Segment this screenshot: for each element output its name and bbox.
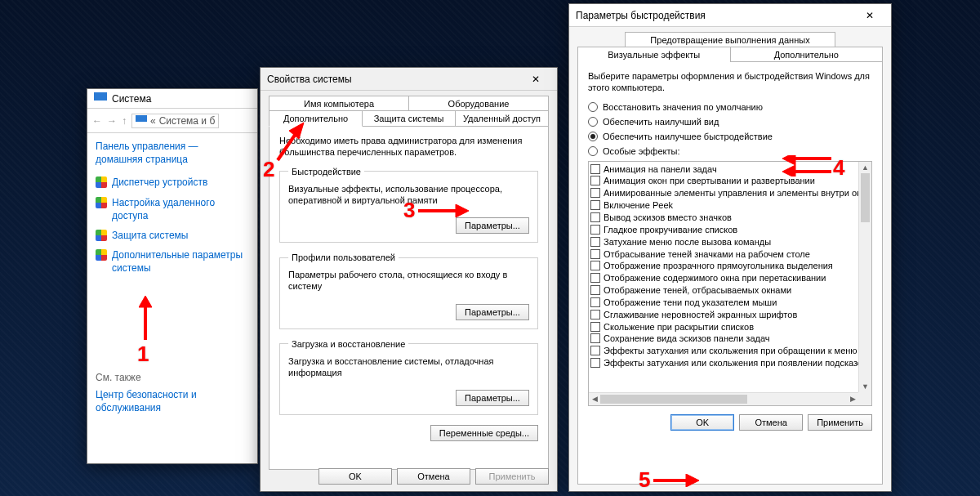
apply-button[interactable]: Применить <box>475 468 549 485</box>
scroll-down-icon[interactable]: ▼ <box>859 381 871 392</box>
nav-forward-icon[interactable]: → <box>107 115 117 127</box>
scroll-thumb[interactable] <box>861 173 870 222</box>
svg-marker-7 <box>782 155 795 165</box>
scroll-right-icon[interactable]: ▶ <box>847 393 858 405</box>
effect-checkbox-row[interactable]: Отображение теней, отбрасываемых окнами <box>590 284 857 297</box>
scroll-left-icon[interactable]: ◀ <box>589 393 600 405</box>
remote-settings-link[interactable]: Настройка удаленного доступа <box>112 196 249 222</box>
tab-hardware[interactable]: Оборудование <box>409 96 549 111</box>
dialog-buttons: OK Отмена Применить <box>318 468 549 485</box>
tab-computer-name[interactable]: Имя компьютера <box>269 96 409 111</box>
window-title: Параметры быстродействия <box>576 10 706 21</box>
checkbox-icon[interactable] <box>590 212 600 222</box>
shield-icon <box>96 197 107 208</box>
checkbox-icon[interactable] <box>590 249 600 259</box>
effect-checkbox-row[interactable]: Эффекты затухания или скольжения при обр… <box>590 345 857 357</box>
effect-checkbox-row[interactable]: Эффекты затухания или скольжения при поя… <box>590 357 857 369</box>
checkbox-icon[interactable] <box>590 164 600 174</box>
checkbox-label: Отображение теней, отбрасываемых окнами <box>604 284 791 297</box>
radio-icon[interactable] <box>588 117 598 127</box>
radio-icon[interactable] <box>588 132 598 141</box>
effect-checkbox-row[interactable]: Скольжение при раскрытии списков <box>590 321 857 333</box>
shield-icon <box>96 249 107 261</box>
tab-remote[interactable]: Удаленный доступ <box>456 110 549 127</box>
effect-checkbox-row[interactable]: Отображение прозрачного прямоугольника в… <box>590 260 857 272</box>
annotation-arrow-5 <box>653 474 699 487</box>
horizontal-scrollbar[interactable]: ◀ ▶ <box>589 392 858 405</box>
ok-button[interactable]: OK <box>318 468 392 485</box>
apply-button[interactable]: Применить <box>808 414 872 431</box>
effect-checkbox-row[interactable]: Вывод эскизов вместо значков <box>590 212 857 224</box>
checkbox-icon[interactable] <box>590 200 600 210</box>
checkbox-icon[interactable] <box>590 322 600 332</box>
effect-checkbox-row[interactable]: Анимация окон при свертывании и разверты… <box>590 175 857 187</box>
tab-dep[interactable]: Предотвращение выполнения данных <box>625 32 835 47</box>
scroll-thumb[interactable] <box>600 395 747 404</box>
checkbox-label: Эффекты затухания или скольжения при обр… <box>604 345 858 357</box>
effect-checkbox-row[interactable]: Отображение тени под указателем мыши <box>590 297 857 309</box>
annotation-number-5: 5 <box>639 467 650 493</box>
nav-up-icon[interactable]: ↑ <box>122 115 127 127</box>
effect-checkbox-row[interactable]: Гладкое прокручивание списков <box>590 224 857 236</box>
checkbox-icon[interactable] <box>590 358 600 368</box>
tab-advanced[interactable]: Дополнительно <box>731 47 884 62</box>
window-ribbon: Система <box>87 89 257 109</box>
effects-listbox[interactable]: Анимация на панели задачАнимация окон пр… <box>588 161 872 406</box>
annotation-arrow-2 <box>274 121 307 162</box>
environment-variables-button[interactable]: Переменные среды... <box>430 425 538 441</box>
cancel-button[interactable]: Отмена <box>739 414 803 431</box>
annotation-arrow-4 <box>782 155 831 177</box>
tabs-row-top: Имя компьютера Оборудование <box>269 96 549 111</box>
control-panel-home-link[interactable]: Панель управления — домашняя страница <box>96 140 249 166</box>
effect-checkbox-row[interactable]: Анимированные элементы управления и элем… <box>590 187 857 199</box>
radio-option[interactable]: Обеспечить наилучшее быстродействие <box>588 132 872 141</box>
user-profiles-settings-button[interactable]: Параметры... <box>456 304 529 320</box>
checkbox-label: Включение Peek <box>604 199 673 212</box>
address-bar[interactable]: ← → ↑ « Система и б <box>87 109 257 133</box>
checkbox-icon[interactable] <box>590 346 600 355</box>
checkbox-icon[interactable] <box>590 176 600 185</box>
checkbox-icon[interactable] <box>590 261 600 270</box>
effect-checkbox-row[interactable]: Сохранение вида эскизов панели задач <box>590 333 857 345</box>
checkbox-icon[interactable] <box>590 188 600 198</box>
advanced-system-settings-link[interactable]: Дополнительные параметры системы <box>112 248 249 275</box>
checkbox-label: Затухание меню после вызова команды <box>604 236 771 248</box>
checkbox-icon[interactable] <box>590 225 600 235</box>
checkbox-icon[interactable] <box>590 273 600 283</box>
checkbox-icon[interactable] <box>590 333 600 343</box>
intro-text: Выберите параметры оформления и быстроде… <box>588 70 872 94</box>
radio-option[interactable]: Обеспечить наилучший вид <box>588 117 872 127</box>
radio-icon[interactable] <box>588 146 598 156</box>
startup-recovery-settings-button[interactable]: Параметры... <box>456 390 529 406</box>
cancel-button[interactable]: Отмена <box>397 468 470 485</box>
radio-option[interactable]: Восстановить значения по умолчанию <box>588 102 872 112</box>
visual-effects-panel: Выберите параметры оформления и быстроде… <box>577 61 883 485</box>
tab-visual-effects[interactable]: Визуальные эффекты <box>577 47 731 62</box>
scroll-up-icon[interactable]: ▲ <box>859 162 871 173</box>
effect-checkbox-row[interactable]: Отбрасывание теней значками на рабочем с… <box>590 248 857 261</box>
security-center-link[interactable]: Центр безопасности и обслуживания <box>96 388 249 414</box>
effect-checkbox-row[interactable]: Отображение содержимого окна при перетас… <box>590 272 857 284</box>
checkbox-icon[interactable] <box>590 285 600 295</box>
checkbox-icon[interactable] <box>590 310 600 319</box>
nav-back-icon[interactable]: ← <box>92 115 102 127</box>
checkbox-icon[interactable] <box>590 297 600 307</box>
radio-icon[interactable] <box>588 102 598 112</box>
checkbox-icon[interactable] <box>590 237 600 247</box>
radio-option[interactable]: Особые эффекты: <box>588 146 872 156</box>
device-manager-link[interactable]: Диспетчер устройств <box>112 176 207 189</box>
ok-button[interactable]: OK <box>670 414 734 431</box>
effect-checkbox-row[interactable]: Сглаживание неровностей экранных шрифтов <box>590 309 857 321</box>
performance-options-window: Параметры быстродействия ✕ Предотвращени… <box>568 3 892 492</box>
effect-checkbox-row[interactable]: Затухание меню после вызова команды <box>590 236 857 248</box>
close-icon[interactable]: ✕ <box>521 70 550 88</box>
system-protection-link[interactable]: Защита системы <box>112 229 188 242</box>
checkbox-label: Гладкое прокручивание списков <box>604 224 737 236</box>
breadcrumb[interactable]: « Система и б <box>131 114 219 128</box>
performance-settings-button[interactable]: Параметры... <box>456 217 529 234</box>
svg-marker-11 <box>686 474 699 487</box>
vertical-scrollbar[interactable]: ▲ ▼ <box>858 162 871 392</box>
close-icon[interactable]: ✕ <box>855 7 884 25</box>
effect-checkbox-row[interactable]: Включение Peek <box>590 199 857 212</box>
tab-system-protection[interactable]: Защита системы <box>363 110 456 127</box>
